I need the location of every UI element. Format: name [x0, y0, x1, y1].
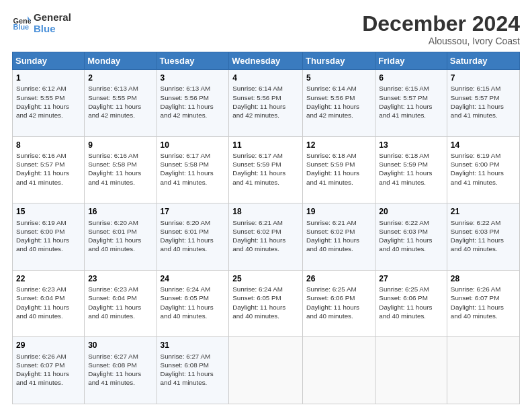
- day-number: 26: [306, 273, 371, 284]
- page: General Blue General Blue December 2024 …: [0, 0, 532, 411]
- day-info: Sunrise: 6:18 AM Sunset: 5:59 PM Dayligh…: [379, 151, 443, 187]
- day-number: 21: [451, 206, 516, 217]
- day-info: Sunrise: 6:20 AM Sunset: 6:01 PM Dayligh…: [161, 218, 226, 254]
- day-info: Sunrise: 6:27 AM Sunset: 6:08 PM Dayligh…: [88, 352, 152, 387]
- calendar-cell: 11Sunrise: 6:17 AM Sunset: 5:59 PM Dayli…: [229, 136, 303, 203]
- day-info: Sunrise: 6:22 AM Sunset: 6:03 PM Dayligh…: [379, 218, 443, 254]
- day-number: 15: [16, 206, 81, 217]
- day-number: 4: [232, 73, 299, 83]
- calendar-cell: 29Sunrise: 6:26 AM Sunset: 6:07 PM Dayli…: [13, 337, 85, 404]
- calendar-cell: 28Sunrise: 6:26 AM Sunset: 6:07 PM Dayli…: [447, 270, 519, 337]
- day-info: Sunrise: 6:16 AM Sunset: 5:57 PM Dayligh…: [16, 151, 81, 187]
- logo-general: General: [34, 12, 71, 24]
- day-number: 9: [88, 140, 152, 150]
- calendar-header-saturday: Saturday: [447, 52, 519, 70]
- calendar-cell: 19Sunrise: 6:21 AM Sunset: 6:02 PM Dayli…: [303, 203, 375, 271]
- calendar-cell: 31Sunrise: 6:27 AM Sunset: 6:08 PM Dayli…: [157, 337, 229, 404]
- day-number: 19: [306, 206, 371, 217]
- day-info: Sunrise: 6:17 AM Sunset: 5:58 PM Dayligh…: [161, 151, 226, 187]
- day-number: 8: [16, 140, 81, 150]
- title-block: December 2024 Aloussou, Ivory Coast: [362, 12, 520, 46]
- day-info: Sunrise: 6:25 AM Sunset: 6:06 PM Dayligh…: [306, 285, 371, 320]
- day-info: Sunrise: 6:17 AM Sunset: 5:59 PM Dayligh…: [232, 151, 299, 187]
- calendar-cell: 17Sunrise: 6:20 AM Sunset: 6:01 PM Dayli…: [157, 203, 229, 271]
- calendar-week-row: 29Sunrise: 6:26 AM Sunset: 6:07 PM Dayli…: [13, 337, 520, 404]
- day-number: 1: [16, 73, 81, 83]
- calendar-cell: 25Sunrise: 6:24 AM Sunset: 6:05 PM Dayli…: [229, 270, 303, 337]
- day-info: Sunrise: 6:26 AM Sunset: 6:07 PM Dayligh…: [16, 352, 81, 387]
- calendar-cell: 6Sunrise: 6:15 AM Sunset: 5:57 PM Daylig…: [375, 70, 447, 137]
- svg-text:Blue: Blue: [13, 23, 30, 31]
- day-number: 5: [306, 73, 371, 83]
- day-info: Sunrise: 6:14 AM Sunset: 5:56 PM Dayligh…: [306, 84, 371, 120]
- calendar-cell: 15Sunrise: 6:19 AM Sunset: 6:00 PM Dayli…: [13, 203, 85, 271]
- day-number: 25: [232, 273, 299, 284]
- day-info: Sunrise: 6:13 AM Sunset: 5:55 PM Dayligh…: [88, 84, 152, 120]
- calendar-cell: 2Sunrise: 6:13 AM Sunset: 5:55 PM Daylig…: [85, 70, 157, 137]
- calendar-cell: 21Sunrise: 6:22 AM Sunset: 6:03 PM Dayli…: [447, 203, 519, 271]
- day-number: 30: [88, 340, 152, 351]
- logo-blue: Blue: [34, 24, 71, 35]
- calendar-cell: 27Sunrise: 6:25 AM Sunset: 6:06 PM Dayli…: [375, 270, 447, 337]
- day-number: 23: [88, 273, 152, 284]
- day-number: 17: [161, 206, 226, 217]
- calendar-header-tuesday: Tuesday: [157, 52, 229, 70]
- calendar-cell: 5Sunrise: 6:14 AM Sunset: 5:56 PM Daylig…: [303, 70, 375, 137]
- day-number: 14: [451, 140, 516, 150]
- day-info: Sunrise: 6:19 AM Sunset: 6:00 PM Dayligh…: [16, 218, 81, 254]
- calendar-cell: 10Sunrise: 6:17 AM Sunset: 5:58 PM Dayli…: [157, 136, 229, 203]
- day-info: Sunrise: 6:23 AM Sunset: 6:04 PM Dayligh…: [16, 285, 81, 320]
- day-info: Sunrise: 6:15 AM Sunset: 5:57 PM Dayligh…: [451, 84, 516, 120]
- calendar-week-row: 8Sunrise: 6:16 AM Sunset: 5:57 PM Daylig…: [13, 136, 520, 203]
- calendar-cell: 4Sunrise: 6:14 AM Sunset: 5:56 PM Daylig…: [229, 70, 303, 137]
- day-number: 16: [88, 206, 152, 217]
- day-info: Sunrise: 6:24 AM Sunset: 6:05 PM Dayligh…: [232, 285, 299, 320]
- day-info: Sunrise: 6:21 AM Sunset: 6:02 PM Dayligh…: [232, 218, 299, 254]
- day-number: 6: [379, 73, 443, 83]
- day-info: Sunrise: 6:12 AM Sunset: 5:55 PM Dayligh…: [16, 84, 81, 120]
- day-number: 12: [306, 140, 371, 150]
- calendar-header-sunday: Sunday: [13, 52, 85, 70]
- calendar-cell: 8Sunrise: 6:16 AM Sunset: 5:57 PM Daylig…: [13, 136, 85, 203]
- day-number: 31: [161, 340, 226, 351]
- calendar-cell: 23Sunrise: 6:23 AM Sunset: 6:04 PM Dayli…: [85, 270, 157, 337]
- day-info: Sunrise: 6:16 AM Sunset: 5:58 PM Dayligh…: [88, 151, 152, 187]
- day-info: Sunrise: 6:27 AM Sunset: 6:08 PM Dayligh…: [161, 352, 226, 387]
- calendar-cell: 30Sunrise: 6:27 AM Sunset: 6:08 PM Dayli…: [85, 337, 157, 404]
- calendar-cell: 12Sunrise: 6:18 AM Sunset: 5:59 PM Dayli…: [303, 136, 375, 203]
- day-info: Sunrise: 6:21 AM Sunset: 6:02 PM Dayligh…: [306, 218, 371, 254]
- calendar-cell: 18Sunrise: 6:21 AM Sunset: 6:02 PM Dayli…: [229, 203, 303, 271]
- calendar-cell: 22Sunrise: 6:23 AM Sunset: 6:04 PM Dayli…: [13, 270, 85, 337]
- calendar-week-row: 22Sunrise: 6:23 AM Sunset: 6:04 PM Dayli…: [13, 270, 520, 337]
- day-number: 20: [379, 206, 443, 217]
- general-blue-icon: General Blue: [12, 14, 31, 33]
- calendar-cell: [303, 337, 375, 404]
- calendar-cell: [375, 337, 447, 404]
- calendar-cell: 7Sunrise: 6:15 AM Sunset: 5:57 PM Daylig…: [447, 70, 519, 137]
- calendar-header-friday: Friday: [375, 52, 447, 70]
- day-number: 29: [16, 340, 81, 351]
- day-number: 13: [379, 140, 443, 150]
- day-number: 3: [161, 73, 226, 83]
- calendar-cell: 9Sunrise: 6:16 AM Sunset: 5:58 PM Daylig…: [85, 136, 157, 203]
- day-number: 18: [232, 206, 299, 217]
- calendar-cell: 24Sunrise: 6:24 AM Sunset: 6:05 PM Dayli…: [157, 270, 229, 337]
- day-info: Sunrise: 6:14 AM Sunset: 5:56 PM Dayligh…: [232, 84, 299, 120]
- day-number: 28: [451, 273, 516, 284]
- day-info: Sunrise: 6:19 AM Sunset: 6:00 PM Dayligh…: [451, 151, 516, 187]
- calendar-cell: 16Sunrise: 6:20 AM Sunset: 6:01 PM Dayli…: [85, 203, 157, 271]
- day-info: Sunrise: 6:22 AM Sunset: 6:03 PM Dayligh…: [451, 218, 516, 254]
- calendar-header-row: SundayMondayTuesdayWednesdayThursdayFrid…: [13, 52, 520, 70]
- day-number: 24: [161, 273, 226, 284]
- day-info: Sunrise: 6:20 AM Sunset: 6:01 PM Dayligh…: [88, 218, 152, 254]
- calendar-cell: 26Sunrise: 6:25 AM Sunset: 6:06 PM Dayli…: [303, 270, 375, 337]
- calendar-cell: 13Sunrise: 6:18 AM Sunset: 5:59 PM Dayli…: [375, 136, 447, 203]
- day-info: Sunrise: 6:15 AM Sunset: 5:57 PM Dayligh…: [379, 84, 443, 120]
- day-info: Sunrise: 6:18 AM Sunset: 5:59 PM Dayligh…: [306, 151, 371, 187]
- calendar-week-row: 15Sunrise: 6:19 AM Sunset: 6:00 PM Dayli…: [13, 203, 520, 271]
- calendar-cell: [447, 337, 519, 404]
- day-number: 7: [451, 73, 516, 83]
- day-info: Sunrise: 6:26 AM Sunset: 6:07 PM Dayligh…: [451, 285, 516, 320]
- calendar-table: SundayMondayTuesdayWednesdayThursdayFrid…: [12, 52, 520, 404]
- location: Aloussou, Ivory Coast: [362, 36, 520, 46]
